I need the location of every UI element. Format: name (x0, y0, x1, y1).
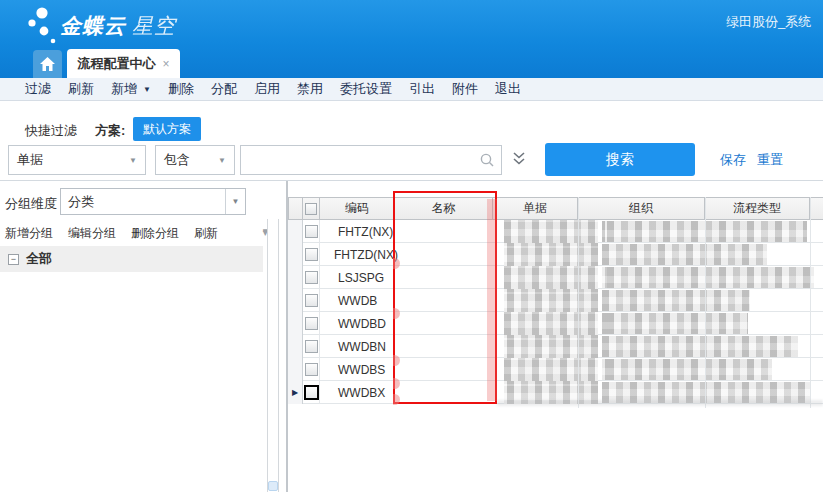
search-input[interactable] (241, 147, 480, 173)
grouping-panel: 分组维度 分类 ▼ 新增分组 编辑分组 删除分组 刷新 ▬▾ − 全部 (0, 181, 263, 492)
toolbar-attachment-button[interactable]: 附件 (452, 80, 478, 98)
brand-light: 星空 (132, 14, 176, 37)
row-checkbox[interactable] (305, 340, 318, 353)
kingdee-logo-icon (27, 3, 61, 45)
row-code: WWDBS (320, 358, 395, 381)
censored-name (504, 312, 598, 335)
tab-process-config-center[interactable]: 流程配置中心 × (67, 49, 180, 78)
filter-search-box (240, 145, 502, 175)
table-row[interactable]: WWDBD 工作流 适 (288, 312, 823, 335)
home-icon (40, 57, 55, 71)
row-indicator (288, 335, 303, 358)
grid-header-status[interactable] (810, 197, 823, 220)
row-indicator (288, 266, 303, 289)
tree-node-label: 全部 (26, 250, 52, 268)
grid-header-flow-type[interactable]: 流程类型 (705, 197, 810, 220)
row-code: WWDBN (320, 335, 395, 358)
table-row[interactable]: LSJSPG 工作流 挂 (288, 266, 823, 289)
row-indicator (288, 358, 303, 381)
tab-home[interactable] (33, 50, 62, 78)
row-code: WWDBD (320, 312, 395, 335)
tab-label: 流程配置中心 (77, 55, 155, 73)
search-button[interactable]: 搜索 (545, 143, 695, 176)
brand-bold: 金蝶云 (60, 14, 126, 37)
tree-scrollbar-track[interactable] (267, 219, 279, 492)
quick-filter-label: 快捷过滤 (25, 122, 77, 140)
censored-name (504, 358, 598, 381)
select-all-checkbox[interactable] (305, 203, 317, 215)
row-checkbox[interactable] (305, 363, 318, 376)
row-checkbox[interactable] (305, 248, 318, 261)
grid-line (578, 197, 579, 408)
current-user-label[interactable]: 绿田股份_系统 (726, 13, 823, 31)
row-checkbox[interactable] (305, 225, 318, 238)
row-code: FHTZ(NX) (320, 220, 395, 243)
grid-header-name[interactable]: 名称 (395, 197, 493, 220)
toolbar-new-button[interactable]: 新增▼ (111, 80, 151, 98)
row-checkbox[interactable] (305, 294, 318, 307)
censored-bill-org (602, 313, 748, 334)
current-row-arrow-icon: ▶ (288, 381, 303, 404)
tab-close-icon[interactable]: × (162, 57, 169, 71)
toolbar-disable-button[interactable]: 禁用 (297, 80, 323, 98)
row-code: WWDBX (320, 381, 395, 404)
default-scheme-chip[interactable]: 默认方案 (133, 117, 201, 141)
toolbar-delegate-settings-button[interactable]: 委托设置 (340, 80, 392, 98)
chevron-down-icon: ▼ (218, 156, 226, 165)
censored-name (504, 335, 598, 358)
toolbar-filter-button[interactable]: 过滤 (25, 80, 51, 98)
row-checkbox[interactable] (305, 271, 318, 284)
table-row[interactable]: WWDBN 工作流 适 (288, 335, 823, 358)
tree-node-all[interactable]: − 全部 (0, 246, 263, 272)
delete-group-button[interactable]: 删除分组 (131, 225, 179, 242)
filter-field-select[interactable]: 单据 ▼ (8, 145, 146, 175)
censored-name (504, 243, 598, 266)
table-row[interactable]: FHTZD(NX) 工作流 适 (288, 243, 823, 266)
toolbar-refresh-button[interactable]: 刷新 (68, 80, 94, 98)
chevron-down-icon[interactable]: ▼ (143, 85, 151, 94)
brand-wordmark: 金蝶云星空 (60, 12, 176, 40)
censored-name (504, 266, 598, 289)
chevron-down-icon: ▼ (225, 189, 245, 214)
toolbar-enable-button[interactable]: 启用 (254, 80, 280, 98)
chevron-down-icon: ▼ (129, 156, 137, 165)
toolbar-export-button[interactable]: 引出 (409, 80, 435, 98)
censored-bill-org (602, 244, 767, 265)
row-checkbox[interactable] (305, 317, 318, 330)
table-row[interactable]: WWDBS 工作流 适 (288, 358, 823, 381)
edit-group-button[interactable]: 编辑分组 (68, 225, 116, 242)
toolbar-delete-button[interactable]: 删除 (168, 80, 194, 98)
row-code: FHTZD(NX) (320, 243, 395, 266)
table-row[interactable]: WWDB 工作流 适 (288, 289, 823, 312)
refresh-group-button[interactable]: 刷新 (194, 225, 218, 242)
reset-link[interactable]: 重置 (757, 151, 783, 169)
search-icon (480, 153, 494, 167)
row-checkbox-focused[interactable] (304, 385, 319, 400)
grouping-dimension-select[interactable]: 分类 ▼ (60, 188, 246, 215)
grid-header-code[interactable]: 编码 (320, 197, 395, 220)
grid-header-bill[interactable]: 单据 (493, 197, 578, 220)
collapse-node-icon[interactable]: − (8, 254, 19, 265)
censored-bill-org (602, 336, 798, 357)
quick-filter-panel: 快捷过滤 方案: 默认方案 单据 ▼ 包含 ▼ 搜索 保存 重置 (0, 101, 823, 181)
filter-operator-select[interactable]: 包含 ▼ (155, 145, 235, 175)
grouping-dimension-label: 分组维度 (5, 195, 57, 213)
grid-header-org[interactable]: 组织 (578, 197, 705, 220)
save-link[interactable]: 保存 (720, 151, 746, 169)
table-row current-row[interactable]: ▶ WWDBX 工作流 适 (288, 381, 823, 404)
grid-line (810, 197, 811, 408)
grid-header-row: 编码 名称 单据 组织 流程类型 (288, 197, 823, 220)
expand-filter-chevron-icon[interactable] (512, 151, 526, 167)
censored-bill-org (602, 359, 772, 380)
grid-header-checkbox-cell (303, 197, 320, 220)
censored-name (504, 289, 598, 312)
toolbar-exit-button[interactable]: 退出 (495, 80, 521, 98)
header-band: 金蝶云星空 绿田股份_系统 流程配置中心 × (0, 0, 823, 78)
table-row[interactable]: FHTZ(NX) 工作流 适 (288, 220, 823, 243)
censored-bill-org (602, 382, 810, 403)
censored-bill-org (602, 290, 750, 311)
tree-scrollbar-thumb[interactable] (268, 481, 278, 491)
add-group-button[interactable]: 新增分组 (5, 225, 53, 242)
process-list-grid: 编码 名称 单据 组织 流程类型 FHTZ(NX) 工作流 适 FHTZD(NX… (288, 181, 823, 492)
toolbar-assign-button[interactable]: 分配 (211, 80, 237, 98)
